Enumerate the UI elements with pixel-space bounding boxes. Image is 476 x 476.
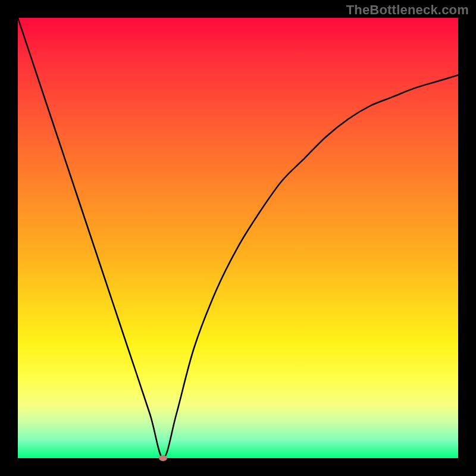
plot-area (18, 18, 458, 458)
bottleneck-curve (18, 18, 458, 458)
minimum-marker (159, 455, 167, 461)
watermark-text: TheBottleneck.com (346, 2, 469, 18)
curve-svg (18, 18, 458, 458)
chart-frame: TheBottleneck.com (0, 0, 476, 476)
